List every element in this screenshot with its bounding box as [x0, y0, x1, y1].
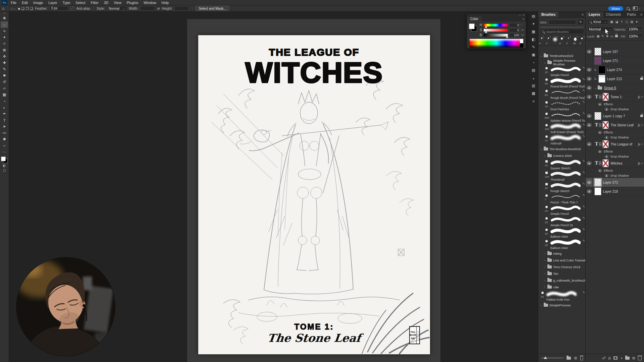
- collapsed-panel-icon[interactable]: ▥: [531, 83, 537, 88]
- zoom-tool[interactable]: ⌕: [1, 142, 8, 149]
- brush-preset[interactable]: 15Balloon Inker✎: [538, 239, 586, 250]
- eye-icon[interactable]: [605, 174, 608, 177]
- lock-option-icon[interactable]: ✎: [601, 35, 604, 38]
- active-tool-preset[interactable]: ◌⌄: [11, 6, 16, 10]
- style-select[interactable]: Normal⌄: [107, 6, 127, 11]
- collapsed-panel-icon[interactable]: ✦: [531, 21, 537, 27]
- layer-effects-row[interactable]: Effects: [586, 149, 644, 154]
- brush-size-slider[interactable]: [540, 27, 584, 27]
- quick-mask-icon[interactable]: ◧: [3, 163, 6, 168]
- layer-thumbnail[interactable]: [594, 112, 601, 120]
- dodge-tool[interactable]: ◐: [1, 104, 8, 111]
- menu-window[interactable]: Window: [141, 1, 159, 5]
- home-icon[interactable]: ⌂: [2, 6, 4, 11]
- slider-track[interactable]: [484, 34, 508, 37]
- visibility-toggle[interactable]: [586, 56, 593, 65]
- collapse-effects-icon[interactable]: ∧: [641, 162, 643, 165]
- brush-folder[interactable]: ›cdw: [538, 284, 586, 290]
- layer-thumbnail[interactable]: [594, 187, 601, 195]
- menu-help[interactable]: Help: [159, 1, 172, 5]
- collapsed-panel-icon[interactable]: ◧: [531, 37, 537, 42]
- layer-name[interactable]: The Stone Leaf: [610, 123, 633, 127]
- opacity-value[interactable]: 100% ⌄: [627, 26, 643, 32]
- color-spectrum-ramp[interactable]: [470, 39, 523, 48]
- lock-option-icon[interactable]: ✥: [606, 35, 609, 38]
- brush-folder[interactable]: ⌄TimBrushes2022: [538, 52, 586, 59]
- missing-font-thumbnail[interactable]: [602, 93, 609, 101]
- collapsed-panel-icon[interactable]: ▤: [531, 13, 537, 19]
- history-brush-tool[interactable]: ↺: [1, 79, 8, 85]
- visibility-toggle[interactable]: [586, 159, 593, 168]
- close-panel-icon[interactable]: ✕: [523, 14, 525, 16]
- collapse-effects-icon[interactable]: ∧: [641, 143, 643, 145]
- layer-name[interactable]: Group 6: [604, 86, 616, 90]
- collapsed-panel-icon[interactable]: ◒: [531, 75, 537, 81]
- subtract-selection-icon[interactable]: ❐: [26, 7, 29, 10]
- visibility-toggle[interactable]: [586, 140, 593, 148]
- blur-tool[interactable]: ◔: [1, 98, 8, 104]
- layer-name[interactable]: Layer 218: [603, 190, 618, 193]
- visibility-toggle[interactable]: [586, 187, 593, 196]
- share-button[interactable]: Share: [608, 6, 623, 11]
- filter-kind-select[interactable]: Kind ⌄: [587, 19, 608, 24]
- width-input[interactable]: [140, 6, 155, 11]
- panel-menu-icon[interactable]: ≡: [640, 13, 642, 16]
- menu-filter[interactable]: Filter: [88, 1, 101, 5]
- brush-preset[interactable]: 100Thumbnail✎: [538, 170, 586, 182]
- brush-preset[interactable]: 45Round Brush (Pencil Tool)✎: [538, 77, 586, 88]
- new-layer-icon[interactable]: ⊞: [632, 356, 635, 360]
- layer-name[interactable]: The League of: [610, 142, 632, 146]
- layer-name[interactable]: Layer 1 copy 7: [603, 114, 625, 118]
- healing-brush-tool[interactable]: ✚: [1, 60, 8, 66]
- missing-font-thumbnail[interactable]: [602, 140, 609, 148]
- missing-font-thumbnail[interactable]: [602, 121, 609, 129]
- add-mask-icon[interactable]: [613, 356, 618, 360]
- recent-brush-tile[interactable]: ✎: [552, 35, 558, 45]
- path-selection-tool[interactable]: ➤: [1, 123, 8, 130]
- layer-row[interactable]: ↳Layer 213: [586, 74, 644, 83]
- crop-tool[interactable]: ⌗: [1, 41, 8, 47]
- visibility-toggle[interactable]: [586, 121, 593, 129]
- adjustment-layer-icon[interactable]: ◑: [620, 356, 623, 360]
- menu-file[interactable]: File: [8, 1, 19, 5]
- collapsed-panel-icon[interactable]: ◔: [531, 60, 537, 65]
- filter-type-icon[interactable]: ▢: [624, 19, 629, 24]
- lasso-tool[interactable]: ∿: [1, 28, 8, 34]
- layer-row[interactable]: TWitchesfx∧: [586, 159, 644, 168]
- layer-effects-row[interactable]: Effects: [586, 130, 644, 135]
- eye-icon[interactable]: [598, 103, 601, 106]
- layer-name[interactable]: Tome 1:: [610, 95, 623, 99]
- lock-all-icon[interactable]: [615, 35, 618, 37]
- tab-layers[interactable]: Layers: [586, 11, 603, 17]
- tab-paths[interactable]: Paths: [624, 11, 639, 17]
- brush-search-box[interactable]: Search Brushes: [540, 29, 584, 34]
- brush-preview-toggle[interactable]: ✎: [577, 19, 584, 25]
- chevron-icon[interactable]: ›: [543, 252, 546, 255]
- brush-preset[interactable]: 70Airbrush✎: [538, 134, 586, 145]
- brush-preset[interactable]: 15Simple Pencil 15✎: [538, 216, 586, 227]
- eye-icon[interactable]: [605, 136, 608, 139]
- layer-row[interactable]: Layer 272: [586, 178, 644, 187]
- brush-preset[interactable]: 15Balloon Inker✎: [538, 227, 586, 239]
- layer-thumbnail[interactable]: [598, 66, 605, 74]
- brush-folder[interactable]: ›Tims Choices 2019: [538, 263, 586, 270]
- layer-row[interactable]: Layer 197: [586, 47, 644, 56]
- layer-fx-badge[interactable]: fx: [638, 123, 640, 127]
- chevron-icon[interactable]: ⌄: [540, 54, 542, 57]
- chevron-icon[interactable]: ›: [543, 265, 546, 268]
- workspace-switcher[interactable]: ⌄: [633, 6, 641, 10]
- gradient-tool[interactable]: ▦: [1, 92, 8, 98]
- layer-row[interactable]: TThe League offx∧: [586, 140, 644, 149]
- brush-preset[interactable]: 800Splatter texture (Pencil Tool)✎: [538, 111, 586, 123]
- recent-brush-tile[interactable]: 5✎: [579, 35, 586, 45]
- brush-size-input[interactable]: [548, 20, 576, 24]
- marquee-tool[interactable]: ◌: [1, 21, 8, 28]
- toolbar-collapse-icon[interactable]: »: [4, 12, 5, 14]
- layer-row[interactable]: ⌄Group 6: [586, 83, 644, 93]
- toolbar-ellipsis[interactable]: ⋯: [1, 149, 8, 155]
- slider-value-input[interactable]: 0: [509, 23, 520, 27]
- search-icon[interactable]: [627, 7, 630, 10]
- slider-thumb-icon[interactable]: [544, 356, 547, 359]
- brush-preset[interactable]: 83Rough Brush (Pencil Tool)✎: [538, 88, 586, 100]
- move-tool[interactable]: ✥: [1, 15, 8, 21]
